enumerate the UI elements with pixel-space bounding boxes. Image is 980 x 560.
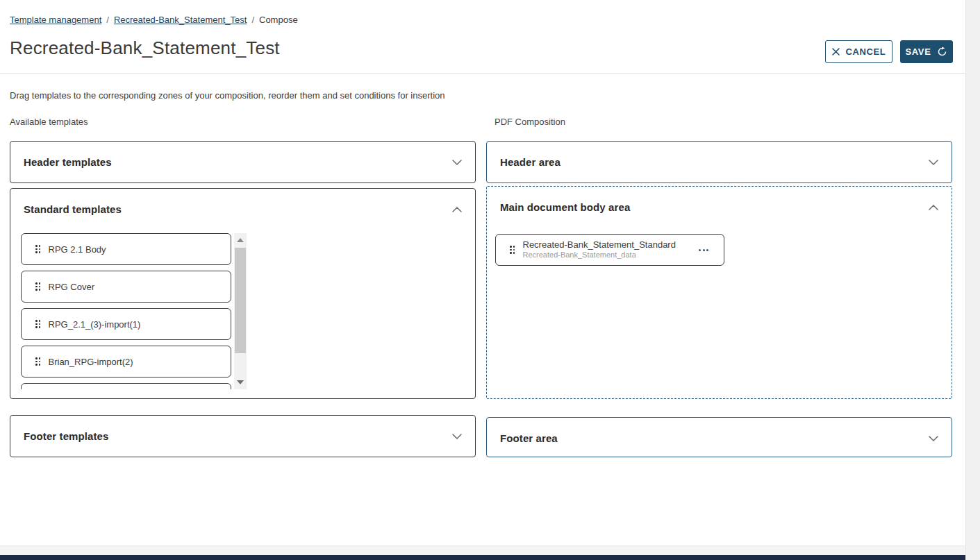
- panel-header-area-toggle[interactable]: Header area: [487, 142, 952, 183]
- breadcrumb-link-template-management[interactable]: Template management: [10, 15, 101, 25]
- panel-footer-area-toggle[interactable]: Footer area: [487, 418, 952, 459]
- breadcrumb: Template management / Recreated-Bank_Sta…: [10, 15, 298, 25]
- panel-title: Header templates: [24, 156, 112, 168]
- panel-title: Main document body area: [500, 201, 630, 213]
- header-divider: [0, 73, 965, 74]
- save-button-label: SAVE: [906, 46, 931, 57]
- save-button[interactable]: SAVE: [900, 40, 953, 63]
- ellipsis-icon[interactable]: [697, 245, 710, 255]
- panel-standard-templates-toggle[interactable]: Standard templates: [10, 189, 475, 230]
- scroll-up-arrow-icon[interactable]: [237, 238, 244, 242]
- panel-title: Standard templates: [24, 203, 122, 215]
- panel-footer-templates-toggle[interactable]: Footer templates: [10, 416, 475, 457]
- chevron-down-icon[interactable]: [452, 434, 462, 439]
- page-title: Recreated-Bank_Statement_Test: [10, 37, 280, 59]
- template-card-label: RPG_2.1_(3)-import(1): [49, 319, 141, 330]
- compose-page: Template management / Recreated-Bank_Sta…: [0, 0, 980, 560]
- bottom-bar: [0, 555, 980, 560]
- panel-header-templates: Header templates: [10, 141, 476, 183]
- breadcrumb-link-current-template[interactable]: Recreated-Bank_Statement_Test: [114, 15, 247, 25]
- template-card[interactable]: RPG Cover: [21, 271, 231, 303]
- chevron-up-icon[interactable]: [929, 205, 938, 210]
- composition-item-card[interactable]: Recreated-Bank_Statement_Standard Recrea…: [495, 234, 724, 266]
- drag-handle-icon[interactable]: [35, 357, 41, 366]
- drag-handle-icon[interactable]: [35, 282, 41, 291]
- scrollbar-thumb[interactable]: [235, 248, 246, 353]
- panel-title: Header area: [500, 156, 560, 168]
- panel-standard-templates: Standard templates RPG 2.1 Body RPG Cove…: [10, 188, 476, 399]
- chevron-down-icon[interactable]: [929, 160, 938, 165]
- scroll-down-arrow-icon[interactable]: [237, 380, 244, 384]
- chevron-down-icon[interactable]: [929, 436, 938, 441]
- panel-header-templates-toggle[interactable]: Header templates: [10, 142, 475, 183]
- cancel-button-label: CANCEL: [846, 46, 886, 57]
- template-card-label: Brian_RPG-import(2): [49, 357, 133, 367]
- panel-footer-templates: Footer templates: [10, 415, 476, 457]
- standard-template-list: RPG 2.1 Body RPG Cover RPG_2.1_(3)-impor…: [21, 233, 257, 389]
- panel-footer-area: Footer area: [486, 417, 952, 457]
- chevron-up-icon[interactable]: [452, 207, 462, 212]
- template-card[interactable]: Brian_RPG-import(2): [21, 346, 231, 377]
- breadcrumb-separator: /: [106, 15, 109, 25]
- drag-handle-icon[interactable]: [510, 246, 515, 254]
- drag-handle-icon[interactable]: [35, 320, 41, 328]
- pdf-composition-label: PDF Composition: [495, 117, 565, 127]
- drag-handle-icon[interactable]: [35, 245, 41, 253]
- template-card[interactable]: RPG 2.1 Body: [21, 233, 231, 265]
- bottom-status-strip: [0, 545, 980, 555]
- template-list-scrollbar[interactable]: [234, 233, 247, 389]
- template-card[interactable]: RPG_2.1_(3)-import(1): [21, 308, 231, 340]
- page-scrollbar[interactable]: [965, 0, 980, 560]
- available-templates-label: Available templates: [10, 117, 88, 127]
- panel-header-area: Header area: [486, 141, 952, 183]
- template-card-label: RPG 2.1 Body: [49, 244, 106, 255]
- composition-item-subtitle: Recreated-Bank_Statement_data: [523, 251, 676, 260]
- x-icon: [832, 48, 840, 56]
- breadcrumb-separator: /: [251, 15, 254, 25]
- panel-body-area-toggle[interactable]: Main document body area: [487, 187, 952, 228]
- breadcrumb-current-page: Compose: [259, 15, 298, 25]
- composition-item-title: Recreated-Bank_Statement_Standard: [523, 239, 676, 251]
- panel-title: Footer area: [500, 432, 558, 444]
- panel-title: Footer templates: [24, 430, 108, 442]
- template-card-partial[interactable]: [21, 383, 231, 389]
- instruction-text: Drag templates to the corresponding zone…: [10, 90, 445, 101]
- template-card-label: RPG Cover: [49, 282, 94, 292]
- circular-arrow-icon: [937, 46, 947, 57]
- cancel-button[interactable]: CANCEL: [825, 40, 892, 63]
- chevron-down-icon[interactable]: [452, 160, 462, 165]
- panel-main-document-body-area: Main document body area Recreated-Bank_S…: [486, 186, 952, 399]
